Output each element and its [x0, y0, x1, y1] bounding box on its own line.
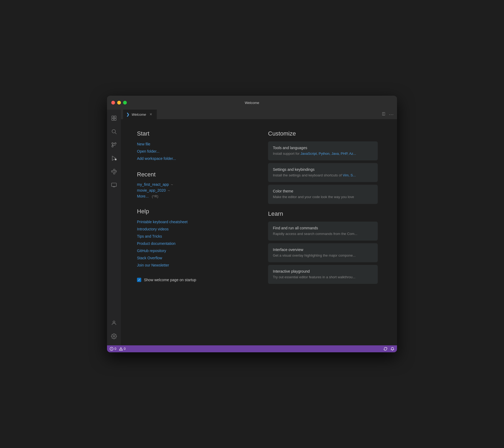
- status-warnings[interactable]: 0: [119, 347, 126, 351]
- status-bar: 0 0: [107, 345, 397, 352]
- svg-rect-17: [112, 183, 116, 187]
- more-actions-button[interactable]: ···: [388, 111, 395, 118]
- find-run-commands-card[interactable]: Find and run all commands Rapidly access…: [268, 222, 378, 241]
- welcome-page: Start New file Open folder... Add worksp…: [121, 119, 397, 345]
- close-button[interactable]: [111, 101, 115, 105]
- status-right: [384, 347, 394, 351]
- interface-overview-card[interactable]: Interface overview Get a visual overlay …: [268, 243, 378, 262]
- welcome-grid: Start New file Open folder... Add worksp…: [137, 130, 378, 287]
- tips-and-tricks-link[interactable]: Tips and Tricks: [137, 234, 247, 239]
- startup-checkbox-label: Show welcome page on startup: [144, 278, 196, 282]
- split-editor-button[interactable]: [380, 111, 387, 118]
- tools-languages-desc: Install support for JavaScript, Python, …: [273, 151, 373, 156]
- activity-remote[interactable]: [108, 179, 120, 191]
- svg-point-8: [112, 146, 113, 147]
- product-docs-link[interactable]: Product documentation: [137, 241, 247, 246]
- main-layout: ❯ Welcome × ···: [107, 110, 397, 345]
- title-bar: Welcome: [107, 96, 397, 110]
- activity-source-control[interactable]: [108, 138, 120, 151]
- startup-checkbox-area: ✓ Show welcome page on startup: [137, 278, 247, 282]
- minimize-button[interactable]: [117, 101, 121, 105]
- more-recent-link[interactable]: More...: [137, 194, 149, 198]
- svg-rect-14: [113, 169, 115, 171]
- left-column: Start New file Open folder... Add worksp…: [137, 130, 247, 287]
- activity-extensions[interactable]: [108, 165, 120, 178]
- find-run-commands-desc: Rapidly access and search commands from …: [273, 231, 373, 236]
- activity-account[interactable]: [108, 316, 120, 329]
- recent-item-0[interactable]: my_first_react_app ~: [137, 182, 247, 187]
- svg-point-6: [112, 143, 113, 144]
- stackoverflow-link[interactable]: Stack Overflow: [137, 255, 247, 261]
- welcome-tab[interactable]: ❯ Welcome ×: [123, 110, 157, 119]
- add-workspace-link[interactable]: Add workspace folder...: [137, 156, 247, 161]
- maximize-button[interactable]: [123, 101, 127, 105]
- recent-item-path-1: ~: [168, 188, 170, 192]
- settings-keybindings-card[interactable]: Settings and keybindings Install the set…: [268, 163, 378, 182]
- svg-marker-28: [384, 349, 384, 350]
- recent-section: Recent my_first_react_app ~ movie_app_20…: [137, 171, 247, 198]
- svg-rect-16: [113, 173, 115, 174]
- sync-button[interactable]: [384, 347, 387, 351]
- color-theme-title: Color theme: [273, 189, 373, 193]
- keybindings-link[interactable]: Vim, S...: [343, 173, 356, 177]
- error-icon: [110, 347, 113, 351]
- tools-link[interactable]: JavaScript, Python, Java, PHP, Az...: [300, 152, 356, 156]
- find-run-commands-title: Find and run all commands: [273, 226, 373, 230]
- recent-title: Recent: [137, 171, 247, 178]
- warning-count: 0: [124, 347, 126, 351]
- svg-marker-27: [387, 347, 387, 349]
- newsletter-link[interactable]: Join our Newsletter: [137, 262, 247, 268]
- activity-search[interactable]: [108, 125, 120, 138]
- tab-actions: ···: [380, 111, 395, 118]
- customize-title: Customize: [268, 130, 378, 137]
- help-title: Help: [137, 208, 247, 215]
- bell-icon: [391, 347, 394, 351]
- activity-run[interactable]: [108, 152, 120, 165]
- learn-title: Learn: [268, 210, 378, 217]
- start-section: Start New file Open folder... Add worksp…: [137, 130, 247, 161]
- more-recent-shortcut: (^R): [152, 194, 158, 198]
- svg-rect-13: [112, 171, 113, 172]
- traffic-lights: [111, 101, 127, 105]
- recent-item-name-1: movie_app_2020: [137, 188, 166, 192]
- tab-close-button[interactable]: ×: [148, 112, 154, 117]
- startup-checkbox[interactable]: ✓: [137, 278, 141, 282]
- activity-bar: [107, 110, 121, 345]
- editor-area: ❯ Welcome × ···: [121, 110, 397, 345]
- svg-rect-2: [112, 118, 114, 120]
- svg-point-4: [112, 130, 116, 133]
- error-count: 0: [114, 347, 116, 351]
- interactive-playground-card[interactable]: Interactive playground Try out essential…: [268, 265, 378, 284]
- svg-point-21: [113, 335, 115, 337]
- learn-section: Learn Find and run all commands Rapidly …: [268, 210, 378, 284]
- svg-line-5: [115, 133, 116, 134]
- svg-point-20: [113, 321, 115, 323]
- svg-point-7: [115, 143, 116, 144]
- recent-item-1[interactable]: movie_app_2020 ~: [137, 188, 247, 192]
- svg-point-24: [111, 349, 112, 350]
- tools-languages-title: Tools and languages: [273, 146, 373, 150]
- github-repo-link[interactable]: GitHub repository: [137, 248, 247, 254]
- status-left: 0 0: [110, 347, 125, 351]
- right-column: Customize Tools and languages Install su…: [268, 130, 378, 287]
- activity-settings[interactable]: [108, 330, 120, 343]
- color-theme-desc: Make the editor and your code look the w…: [273, 195, 373, 199]
- introductory-videos-link[interactable]: Introductory videos: [137, 226, 247, 232]
- status-errors[interactable]: 0: [110, 347, 116, 351]
- tools-languages-card[interactable]: Tools and languages Install support for …: [268, 141, 378, 160]
- keyboard-cheatsheet-link[interactable]: Printable keyboard cheatsheet: [137, 219, 247, 225]
- tab-label: Welcome: [132, 113, 146, 117]
- activity-explorer[interactable]: [108, 112, 120, 125]
- open-folder-link[interactable]: Open folder...: [137, 149, 247, 154]
- svg-rect-15: [115, 171, 117, 172]
- svg-point-26: [121, 350, 121, 350]
- warning-icon: [119, 347, 123, 351]
- start-title: Start: [137, 130, 247, 137]
- vscode-window: Welcome: [107, 96, 397, 352]
- notifications-button[interactable]: [391, 347, 394, 351]
- settings-keybindings-desc: Install the settings and keyboard shortc…: [273, 173, 373, 178]
- new-file-link[interactable]: New file: [137, 141, 247, 147]
- interface-overview-desc: Get a visual overlay highlighting the ma…: [273, 253, 373, 258]
- color-theme-card[interactable]: Color theme Make the editor and your cod…: [268, 185, 378, 204]
- activity-bar-bottom: [108, 316, 120, 343]
